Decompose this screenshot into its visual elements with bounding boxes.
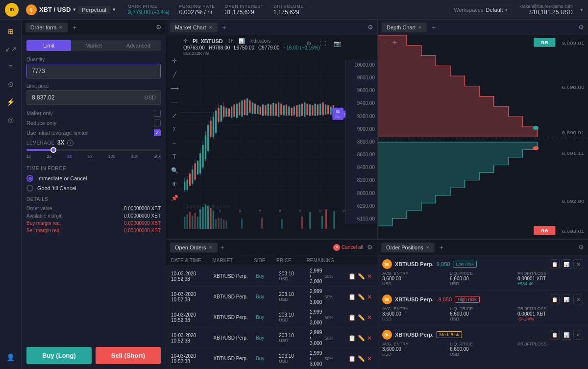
pos-action-chart-2[interactable]: 📊: [562, 330, 571, 340]
delete-icon-4[interactable]: ✕: [367, 355, 372, 362]
sidebar-icon-list[interactable]: ≡: [3, 59, 19, 74]
depth-chart-tab[interactable]: Depth Chart ✕: [382, 23, 427, 32]
pos-action-close-2[interactable]: ✕: [573, 330, 583, 340]
pos-action-close-1[interactable]: ✕: [573, 295, 583, 304]
copy-icon-2[interactable]: 📋: [348, 314, 356, 321]
tool-measure[interactable]: ⤢: [169, 110, 180, 122]
order-type-advanced[interactable]: Advanced: [116, 40, 161, 51]
market-chart-tab-close[interactable]: ✕: [209, 25, 213, 30]
open-orders-add-tab[interactable]: +: [218, 243, 227, 252]
tool-pin[interactable]: 📌: [169, 192, 180, 204]
open-orders-tab[interactable]: Open Orders ✕: [170, 243, 218, 252]
sidebar-icon-lightning[interactable]: ⚡: [3, 94, 19, 110]
tif-gtc-radio[interactable]: [26, 185, 33, 192]
delete-icon-1[interactable]: ✕: [367, 294, 372, 300]
tif-immediate-row[interactable]: Immediate or Cancel: [26, 175, 161, 182]
maker-only-checkbox[interactable]: [154, 110, 161, 117]
tif-immediate-radio[interactable]: [26, 175, 33, 182]
leverage-mark-50x[interactable]: 50x: [153, 154, 161, 159]
delete-icon-3[interactable]: ✕: [367, 335, 372, 342]
sidebar-icon-target[interactable]: ◎: [3, 112, 19, 127]
depth-chart-tab-close[interactable]: ✕: [418, 25, 422, 30]
leverage-mark-10x[interactable]: 10x: [108, 154, 115, 159]
sidebar-icon-person[interactable]: 👤: [3, 349, 19, 365]
edit-icon-2[interactable]: ✏️: [358, 314, 365, 321]
cancel-all-button[interactable]: ✕ Cancel all: [333, 244, 363, 251]
depth-chart-settings[interactable]: ⚙: [578, 24, 584, 31]
leverage-mark-5x[interactable]: 5x: [88, 154, 93, 159]
limit-price-input[interactable]: [26, 90, 161, 105]
pos-action-copy-0[interactable]: 📋: [550, 259, 560, 269]
order-form-tab-close[interactable]: ✕: [59, 25, 63, 30]
chart-indicators-btn[interactable]: Indicators: [249, 38, 270, 44]
leverage-slider-track[interactable]: [26, 149, 161, 151]
leverage-mark-3x[interactable]: 3x: [67, 154, 72, 159]
order-positions-tab-close[interactable]: ✕: [426, 245, 430, 250]
tool-zoom[interactable]: 🔍: [169, 165, 180, 176]
leverage-info-icon[interactable]: i: [67, 140, 74, 146]
chart-crosshair-icon[interactable]: ✛: [183, 38, 188, 44]
add-tab-button[interactable]: +: [70, 23, 79, 32]
chart-type-icon[interactable]: 📊: [239, 38, 245, 44]
tif-gtc-row[interactable]: Good 'till Cancel: [26, 185, 161, 192]
buy-long-button[interactable]: Buy (Long): [26, 347, 92, 364]
tool-eye[interactable]: 👁: [169, 178, 180, 190]
order-form-settings[interactable]: ⚙: [156, 24, 162, 31]
reduce-only-checkbox[interactable]: [154, 120, 161, 126]
pos-action-copy-1[interactable]: 📋: [550, 295, 560, 304]
leverage-mark-1x[interactable]: 1x: [26, 154, 31, 159]
chart-fullscreen-btn[interactable]: ⛶: [317, 38, 329, 49]
tool-line[interactable]: ╱: [169, 69, 180, 80]
leverage-slider-thumb[interactable]: [50, 147, 56, 153]
workspaces-section[interactable]: Workspaces Default ▾: [449, 5, 512, 15]
sell-short-button[interactable]: Sell (Short): [96, 347, 161, 364]
tool-ray[interactable]: ⟶: [169, 82, 180, 94]
order-type-limit[interactable]: Limit: [26, 40, 71, 51]
sidebar-icon-arrows[interactable]: ↙↗: [3, 41, 19, 57]
tool-fibonacci[interactable]: Ʃ: [169, 123, 180, 135]
leverage-mark-25x[interactable]: 25x: [131, 154, 138, 159]
avg-entry-2: AVG. ENTRY 3,600.00 USD: [382, 342, 448, 357]
sidebar-icon-circle[interactable]: ⊙: [3, 76, 19, 92]
tool-text[interactable]: T: [169, 151, 180, 163]
order-positions-settings[interactable]: ⚙: [578, 244, 584, 251]
account-chevron[interactable]: ▾: [580, 6, 583, 13]
copy-icon-1[interactable]: 📋: [348, 294, 356, 300]
edit-icon-4[interactable]: ✏️: [358, 355, 365, 362]
open-orders-settings[interactable]: ⚙: [367, 244, 373, 251]
delete-icon-0[interactable]: ✕: [367, 273, 372, 280]
pos-action-chart-0[interactable]: 📊: [562, 259, 571, 269]
pos-action-chart-1[interactable]: 📊: [562, 295, 571, 304]
depth-chart-add-tab[interactable]: +: [429, 23, 439, 32]
order-positions-tab[interactable]: Order Positions ✕: [381, 243, 435, 252]
copy-icon-4[interactable]: 📋: [348, 355, 356, 362]
copy-icon-3[interactable]: 📋: [348, 335, 356, 342]
sidebar-icon-grid[interactable]: ⊞: [3, 24, 19, 39]
leverage-mark-2x[interactable]: 2x: [47, 154, 51, 159]
tool-arrow[interactable]: ←: [169, 137, 180, 149]
market-chart-tab[interactable]: Market Chart ✕: [170, 23, 218, 32]
order-form-tab[interactable]: Order form ✕: [25, 23, 68, 32]
edit-icon-0[interactable]: ✏️: [358, 273, 365, 280]
order-type-market[interactable]: Market: [71, 40, 116, 51]
quantity-input[interactable]: [26, 64, 161, 78]
tool-hline[interactable]: —: [169, 96, 180, 108]
chart-snapshot-btn[interactable]: 📷: [331, 38, 343, 49]
pos-action-copy-2[interactable]: 📋: [550, 330, 560, 340]
market-chart-settings[interactable]: ⚙: [368, 24, 373, 31]
open-orders-tab-close[interactable]: ✕: [209, 245, 213, 250]
edit-icon-1[interactable]: ✏️: [358, 294, 365, 300]
edit-icon-3[interactable]: ✏️: [358, 335, 365, 342]
order-positions-add-tab[interactable]: +: [437, 243, 446, 252]
svg-rect-78: [304, 102, 305, 117]
symbol-pair[interactable]: ₿ XBT / USD ▾ Perpetual ▾: [26, 4, 115, 15]
chart-timeframe[interactable]: 1h: [228, 38, 234, 44]
quantity-label: Quantity: [26, 57, 161, 62]
use-initial-leverage-checkbox[interactable]: ✓: [154, 129, 161, 136]
tool-crosshair[interactable]: ✛: [169, 55, 180, 67]
copy-icon-0[interactable]: 📋: [348, 273, 356, 280]
market-chart-add-tab[interactable]: +: [220, 23, 229, 32]
chart-settings-btn[interactable]: ⚙: [303, 38, 315, 49]
delete-icon-2[interactable]: ✕: [367, 314, 372, 321]
pos-action-close-0[interactable]: ✕: [573, 259, 583, 269]
